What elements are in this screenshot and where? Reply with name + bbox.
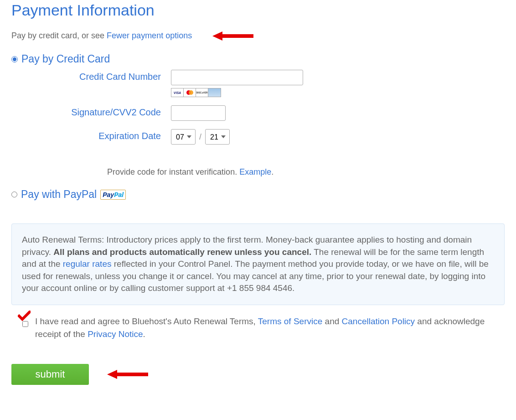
svg-marker-3 xyxy=(107,370,148,379)
regular-rates-link[interactable]: regular rates xyxy=(63,259,112,269)
auto-renewal-terms: Auto Renewal Terms: Introductory prices … xyxy=(11,223,505,305)
cancellation-policy-link[interactable]: Cancellation Policy xyxy=(342,316,415,326)
cc-number-label: Credit Card Number xyxy=(11,70,171,82)
arrow-annotation-icon xyxy=(212,31,253,41)
visa-icon: VISA xyxy=(171,88,184,97)
cvv-label: Signature/CVV2 Code xyxy=(11,105,171,118)
pay-by-paypal-option[interactable]: Pay with PayPal PayPal xyxy=(11,188,505,201)
arrow-annotation-icon xyxy=(107,369,148,380)
submit-button[interactable]: submit xyxy=(11,364,89,385)
paypal-icon: PayPal xyxy=(100,190,126,200)
terms-of-service-link[interactable]: Terms of Service xyxy=(258,316,322,326)
check-annotation-icon xyxy=(18,311,31,326)
discover-icon: DISC●VER xyxy=(196,88,208,97)
helper-prefix: Provide code for instant verification. xyxy=(107,167,239,176)
fewer-options-link[interactable]: Fewer payment options xyxy=(107,31,192,40)
cvv-helper-text: Provide code for instant verification. E… xyxy=(107,167,505,177)
terms-bold: All plans and products automatically ren… xyxy=(53,247,311,257)
card-brand-icons: VISA DISC●VER xyxy=(171,88,221,97)
intro-text: Pay by credit card, or see Fewer payment… xyxy=(11,31,505,41)
helper-suffix: . xyxy=(271,167,273,176)
agree-and1: and xyxy=(322,316,341,326)
pay-by-card-label: Pay by Credit Card xyxy=(21,53,110,65)
svg-marker-0 xyxy=(212,31,253,41)
expiration-label: Expiration Date xyxy=(11,129,171,141)
intro-prefix: Pay by credit card, or see xyxy=(11,31,107,40)
exp-year-select[interactable]: 21 xyxy=(205,129,230,145)
agree-suffix: . xyxy=(143,329,145,339)
pay-by-paypal-label: Pay with PayPal xyxy=(21,188,97,201)
svg-point-2 xyxy=(189,90,193,95)
pay-by-card-option[interactable]: Pay by Credit Card xyxy=(11,53,505,65)
pay-by-card-radio[interactable] xyxy=(11,56,18,62)
cc-number-input[interactable] xyxy=(171,70,303,85)
agree-text: I have read and agree to Bluehost's Auto… xyxy=(35,315,505,341)
pay-by-paypal-radio[interactable] xyxy=(11,192,17,197)
example-link[interactable]: Example xyxy=(239,167,271,176)
page-title: Payment Information xyxy=(11,0,505,19)
mastercard-icon xyxy=(184,88,196,97)
agree-prefix: I have read and agree to Bluehost's Auto… xyxy=(35,316,258,326)
privacy-notice-link[interactable]: Privacy Notice xyxy=(88,329,143,339)
amex-icon xyxy=(208,88,221,97)
date-separator: / xyxy=(199,132,201,142)
exp-month-select[interactable]: 07 xyxy=(171,129,196,145)
cvv-input[interactable] xyxy=(171,105,226,121)
